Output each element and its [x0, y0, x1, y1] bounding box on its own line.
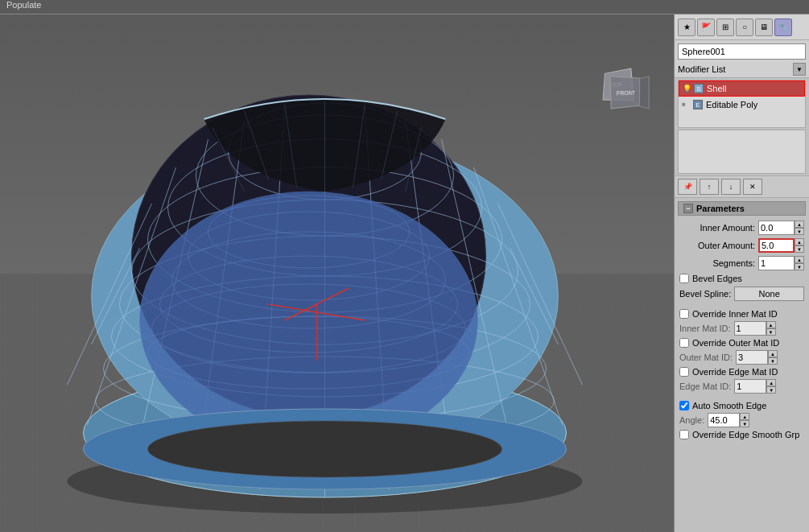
- inner-amount-spinner-btns: ▲ ▼: [795, 221, 804, 235]
- pin-btn[interactable]: 📌: [678, 179, 697, 195]
- top-bar: Populate: [0, 0, 809, 14]
- override-edge-mat-label: Override Edge Mat ID: [692, 367, 778, 377]
- monitor-icon-btn[interactable]: 🖥: [755, 19, 773, 36]
- override-edge-smooth-label: Override Edge Smooth Grp: [692, 430, 799, 439]
- edge-mat-id-spin-up[interactable]: ▲: [766, 379, 776, 386]
- inner-amount-input[interactable]: [758, 221, 795, 235]
- outer-amount-row: Outer Amount: ▲ ▼: [675, 237, 809, 254]
- inner-mat-id-spin-up[interactable]: ▲: [766, 321, 776, 328]
- object-name-row: [675, 40, 809, 61]
- edge-mat-id-label: Edge Mat ID:: [679, 381, 731, 391]
- main-container: TOP FRONT ★ 🚩 ⊞ ○ 🖥 🔧 Modifi: [0, 14, 809, 532]
- edge-mat-id-spinner: ▲ ▼: [734, 379, 776, 394]
- move-down-btn[interactable]: ↓: [721, 179, 741, 195]
- segments-spin-up[interactable]: ▲: [795, 256, 804, 263]
- outer-amount-spinner-btns: ▲ ▼: [795, 238, 804, 253]
- inner-mat-id-row: Inner Mat ID: ▲ ▼: [675, 320, 809, 336]
- inner-amount-spin-up[interactable]: ▲: [795, 221, 804, 228]
- edge-mat-id-input[interactable]: [734, 379, 766, 394]
- shell-modifier-label: Shell: [707, 84, 726, 93]
- modifier-list-row[interactable]: Modifier List ▼: [675, 61, 809, 78]
- wrench-icon-btn[interactable]: 🔧: [774, 19, 792, 36]
- poly-bulb-icon: ■: [682, 101, 690, 109]
- delete-btn[interactable]: ✕: [743, 179, 762, 195]
- auto-smooth-edge-label: Auto Smooth Edge: [692, 401, 766, 410]
- params-collapse-btn[interactable]: −: [683, 204, 693, 213]
- segments-spin-down[interactable]: ▼: [795, 263, 804, 270]
- override-outer-mat-label: Override Outer Mat ID: [692, 338, 779, 348]
- outer-amount-spin-up[interactable]: ▲: [795, 238, 804, 245]
- outer-mat-id-spin-up[interactable]: ▲: [768, 350, 778, 357]
- bevel-spline-button[interactable]: None: [734, 287, 804, 301]
- edge-mat-id-spin-down[interactable]: ▼: [766, 386, 776, 394]
- poly-type-icon: E: [693, 100, 703, 109]
- override-inner-mat-row: Override Inner Mat ID: [675, 307, 809, 320]
- outer-amount-input[interactable]: [758, 238, 795, 253]
- inner-amount-spin-down[interactable]: ▼: [795, 228, 804, 235]
- segments-label: Segments:: [679, 258, 755, 268]
- inner-amount-spinner: ▲ ▼: [758, 221, 804, 235]
- edge-mat-id-spinner-btns: ▲ ▼: [766, 379, 776, 394]
- sub-toolbar: 📌 ↑ ↓ ✕: [675, 175, 809, 198]
- bevel-edges-checkbox[interactable]: [679, 274, 689, 283]
- poly-modifier-label: Editable Poly: [706, 100, 757, 109]
- inner-amount-label: Inner Amount:: [679, 223, 755, 233]
- angle-spin-down[interactable]: ▼: [740, 420, 749, 427]
- override-edge-smooth-checkbox[interactable]: [679, 430, 689, 439]
- star-icon-btn[interactable]: ★: [678, 19, 695, 36]
- outer-amount-label: Outer Amount:: [679, 241, 755, 250]
- override-outer-mat-checkbox[interactable]: [679, 338, 689, 348]
- modifier-shell[interactable]: 💡 S Shell: [679, 80, 805, 97]
- circle-icon-btn[interactable]: ○: [736, 19, 753, 36]
- angle-spinner: ▲ ▼: [708, 413, 749, 427]
- svg-point-34: [148, 421, 502, 477]
- flag-icon-btn[interactable]: 🚩: [697, 19, 715, 36]
- move-up-btn[interactable]: ↑: [700, 179, 719, 195]
- modifier-list-label: Modifier List: [678, 64, 793, 74]
- inner-mat-id-spinner-btns: ▲ ▼: [766, 321, 776, 336]
- outer-mat-id-spinner: ▲ ▼: [736, 350, 778, 365]
- angle-spin-up[interactable]: ▲: [740, 413, 749, 420]
- params-header[interactable]: − Parameters: [678, 201, 806, 216]
- object-name-input[interactable]: [678, 43, 806, 60]
- top-icon-toolbar: ★ 🚩 ⊞ ○ 🖥 🔧: [675, 14, 809, 40]
- outer-amount-spin-down[interactable]: ▼: [795, 245, 804, 253]
- override-edge-mat-checkbox[interactable]: [679, 367, 689, 377]
- override-outer-mat-row: Override Outer Mat ID: [675, 336, 809, 349]
- params-section: − Parameters Inner Amount: ▲ ▼ Outer Amo…: [675, 198, 809, 532]
- outer-mat-id-spin-down[interactable]: ▼: [768, 357, 778, 365]
- shell-bulb-icon: 💡: [683, 85, 691, 93]
- outer-mat-id-label: Outer Mat ID:: [679, 353, 733, 362]
- override-inner-mat-label: Override Inner Mat ID: [692, 309, 778, 319]
- modifier-stack-empty: [678, 130, 806, 174]
- segments-spinner-btns: ▲ ▼: [795, 256, 804, 270]
- viewport[interactable]: TOP FRONT: [0, 14, 674, 532]
- outer-mat-id-spinner-btns: ▲ ▼: [768, 350, 778, 365]
- bevel-spline-label: Bevel Spline:: [679, 289, 731, 299]
- grid-icon-btn[interactable]: ⊞: [716, 19, 734, 36]
- edge-mat-id-row: Edge Mat ID: ▲ ▼: [675, 378, 809, 394]
- auto-smooth-edge-checkbox[interactable]: [679, 401, 689, 410]
- modifier-editable-poly[interactable]: ■ E Editable Poly: [679, 97, 805, 113]
- inner-mat-id-input[interactable]: [734, 321, 766, 336]
- modifier-list-dropdown[interactable]: ▼: [793, 63, 806, 76]
- outer-mat-id-row: Outer Mat ID: ▲ ▼: [675, 349, 809, 365]
- segments-input[interactable]: [758, 256, 795, 270]
- auto-smooth-edge-row: Auto Smooth Edge: [675, 399, 809, 412]
- angle-row: Angle: ▲ ▼: [675, 412, 809, 428]
- angle-label: Angle:: [679, 415, 704, 425]
- bevel-edges-row: Bevel Edges: [675, 272, 809, 285]
- angle-input[interactable]: [708, 413, 740, 427]
- navigation-cube[interactable]: TOP FRONT: [601, 63, 650, 111]
- segments-spinner: ▲ ▼: [758, 256, 804, 270]
- right-panel: ★ 🚩 ⊞ ○ 🖥 🔧 Modifier List ▼ 💡 S Shell: [674, 14, 809, 532]
- scene-svg: [0, 14, 674, 532]
- inner-mat-id-spin-down[interactable]: ▼: [766, 328, 776, 336]
- angle-spinner-btns: ▲ ▼: [740, 413, 749, 427]
- inner-amount-row: Inner Amount: ▲ ▼: [675, 219, 809, 237]
- outer-mat-id-input[interactable]: [736, 350, 768, 365]
- outer-amount-spinner: ▲ ▼: [758, 238, 804, 253]
- params-header-label: Parameters: [696, 204, 745, 213]
- override-inner-mat-checkbox[interactable]: [679, 309, 689, 319]
- segments-row: Segments: ▲ ▼: [675, 254, 809, 272]
